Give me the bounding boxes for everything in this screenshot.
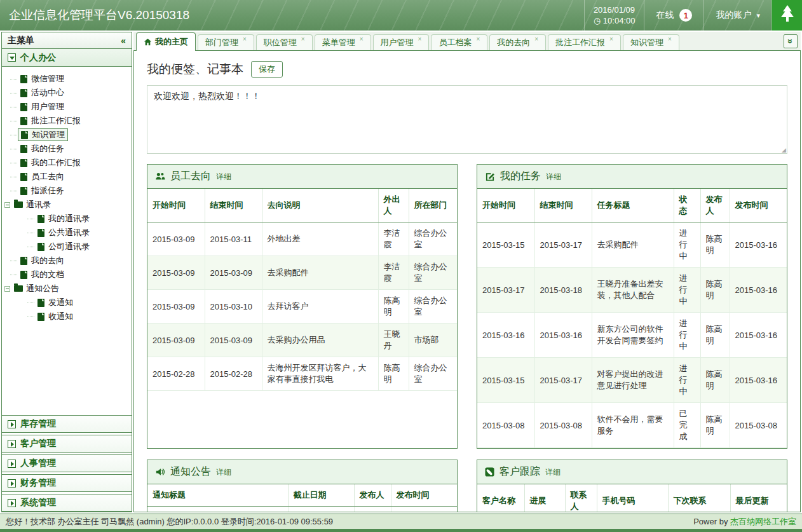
panel-title: 员工去向 [170, 170, 211, 183]
document-icon [20, 257, 27, 265]
document-icon [20, 173, 27, 181]
main-area: 我的主页 部门管理× 职位管理× 菜单管理× 用户管理× 员工档案× 我的去向×… [133, 32, 801, 512]
sidebar-folder-contacts[interactable]: 通讯录 [2, 198, 132, 212]
close-icon[interactable]: × [418, 36, 422, 43]
sidebar-item-knowledge-mgmt[interactable]: 知识管理 [2, 128, 132, 142]
table-row: 2015-03-092015-03-11外地出差李洁霞综合办公室 [147, 222, 457, 256]
table-row: dfgdfgdfgdsfgsdfgsdf2015-04-07陈高明2015-04… [147, 507, 457, 513]
collapse-expander-icon[interactable] [4, 286, 10, 292]
people-icon [155, 172, 165, 181]
sidebar-section-hr[interactable]: 人事管理 [2, 454, 132, 472]
panel-notices: 通知公告 详细 通知标题 截止日期 发布人 发布时间 dfgdfgdfgdsfg… [147, 460, 458, 512]
theme-button[interactable] [771, 0, 802, 31]
sidebar-item-my-tasks[interactable]: 我的任务 [2, 142, 132, 156]
close-icon[interactable]: × [609, 36, 613, 43]
power-by: Power by 杰百纳网络工作室 [693, 516, 796, 528]
detail-link[interactable]: 详细 [216, 467, 231, 478]
close-icon[interactable]: × [301, 36, 305, 43]
close-icon[interactable]: × [534, 36, 538, 43]
app-header: 企业信息化管理平台V6.20150318 2016/01/09 ◷ 10:04:… [0, 0, 802, 31]
tab-position-mgmt[interactable]: 职位管理× [256, 34, 313, 50]
tab-employee-files[interactable]: 员工档案× [431, 34, 487, 50]
table-row: 2015-02-282015-02-28去海州开发区拜访客户，大家有事直接打我电… [147, 357, 457, 391]
close-icon[interactable]: × [243, 36, 247, 43]
sidebar-item-my-contacts[interactable]: 我的通讯录 [2, 212, 132, 226]
panel-title: 我的任务 [500, 170, 541, 183]
status-bar: 您好！技术部 办公室主任 司马飘然 (admin) 您的IP:0.0.0.0 登… [0, 514, 802, 529]
sidebar-item-employee-whereabouts[interactable]: 员工去向 [2, 170, 132, 184]
document-icon [37, 313, 44, 321]
table-row: 2015-03-172015-03-18王晓丹准备出差安装，其他人配合进行中陈高… [477, 268, 787, 313]
tab-my-home[interactable]: 我的主页 [136, 32, 196, 51]
document-icon [20, 117, 27, 125]
sidebar-section-finance[interactable]: 财务管理 [2, 474, 132, 492]
tab-knowledge-mgmt[interactable]: 知识管理× [623, 34, 679, 50]
header-time: 10:04:00 [603, 16, 635, 25]
edit-icon [485, 172, 495, 181]
home-icon [144, 38, 152, 46]
panel-title: 客户跟踪 [500, 465, 540, 479]
sidebar-section-inventory[interactable]: 库存管理 [2, 415, 132, 433]
collapse-expander-icon[interactable] [4, 202, 10, 208]
sidebar-item-company-contacts[interactable]: 公司通讯录 [2, 240, 132, 254]
close-icon[interactable]: × [476, 36, 480, 43]
panel-title: 通知公告 [170, 465, 211, 479]
app-title: 企业信息化管理平台V6.20150318 [0, 0, 198, 31]
speaker-icon [155, 467, 165, 477]
sidebar-section-customers[interactable]: 客户管理 [2, 435, 132, 453]
sidebar-item-my-work-report[interactable]: 我的工作汇报 [2, 156, 132, 170]
table-row: 2015-03-092015-03-09去采购配件李洁霞综合办公室 [147, 256, 457, 290]
tab-department-mgmt[interactable]: 部门管理× [198, 34, 254, 50]
table-row: 2015-03-092015-03-09去采购办公用品王晓丹市场部 [147, 324, 457, 357]
sidebar-collapse-icon[interactable]: « [121, 36, 126, 46]
close-icon[interactable]: × [360, 36, 364, 43]
detail-link[interactable]: 详细 [546, 172, 561, 182]
document-icon [20, 103, 27, 111]
sidebar-bottom-sections: 库存管理 客户管理 人事管理 财务管理 系统管理 [2, 413, 132, 512]
notes-textarea[interactable]: 欢迎欢迎，热烈欢迎！！！ [147, 85, 787, 154]
detail-link[interactable]: 详细 [216, 172, 231, 182]
sidebar-folder-notices[interactable]: 通知公告 [2, 282, 132, 296]
sidebar-title: 主菜单 [8, 35, 34, 46]
sidebar-item-wechat[interactable]: 微信管理 [2, 72, 132, 86]
panel-customer-tracking: 客户跟踪 详细 客户名称 进展 联系人 手机号码 下次联系 最后更新 [477, 460, 787, 512]
tab-my-whereabouts[interactable]: 我的去向× [489, 34, 546, 50]
document-icon [21, 131, 28, 139]
section-collapsed-icon [8, 499, 16, 507]
folder-icon [14, 201, 23, 208]
document-icon [20, 159, 27, 167]
header-date: 2016/01/09 [594, 4, 635, 15]
tab-user-mgmt[interactable]: 用户管理× [373, 34, 430, 50]
sidebar-item-receive-notice[interactable]: 收通知 [2, 310, 132, 324]
close-icon[interactable]: × [668, 36, 672, 43]
sidebar-item-assign-tasks[interactable]: 指派任务 [2, 184, 132, 198]
folder-icon [14, 285, 23, 292]
account-menu[interactable]: 我的账户 ▾ [703, 0, 771, 31]
phone-icon [485, 467, 494, 477]
chevron-double-down-icon: » [785, 39, 796, 44]
sidebar-item-activity-center[interactable]: 活动中心 [2, 86, 132, 100]
tab-menu-mgmt[interactable]: 菜单管理× [315, 34, 371, 50]
power-by-link[interactable]: 杰百纳网络工作室 [730, 517, 796, 526]
employee-whereabouts-table: 开始时间 结束时间 去向说明 外出人 所在部门 2015-03-092015-0… [147, 189, 457, 391]
online-button[interactable]: 在线 1 [644, 0, 703, 31]
bottom-strip [0, 529, 802, 532]
save-button[interactable]: 保存 [251, 61, 283, 78]
sidebar-item-annotate-reports[interactable]: 批注工作汇报 [2, 114, 132, 128]
sidebar-item-user-mgmt[interactable]: 用户管理 [2, 100, 132, 114]
sidebar-item-my-whereabouts[interactable]: 我的去向 [2, 254, 132, 268]
panel-employee-whereabouts: 员工去向 详细 开始时间 结束时间 去向说明 外出人 所在部门 [147, 164, 458, 449]
sidebar-section-personal-office[interactable]: 个人办公 [2, 49, 132, 67]
tab-annotate-reports[interactable]: 批注工作汇报× [548, 34, 621, 50]
tab-overflow-button[interactable]: » [784, 34, 798, 48]
sidebar-section-system[interactable]: 系统管理 [2, 494, 132, 512]
sidebar-item-send-notice[interactable]: 发通知 [2, 296, 132, 310]
resize-handle-icon[interactable]: ◢ [782, 147, 786, 153]
online-label: 在线 [656, 10, 674, 21]
account-label: 我的账户 [716, 10, 751, 21]
sidebar-item-my-documents[interactable]: 我的文档 [2, 268, 132, 282]
sidebar-item-public-contacts[interactable]: 公共通讯录 [2, 226, 132, 240]
table-row: 2015-03-162015-03-16新东方公司的软件开发合同需要签约进行中陈… [477, 313, 787, 358]
header-time-row: ◷ 10:04:00 [594, 15, 635, 26]
detail-link[interactable]: 详细 [545, 467, 561, 478]
